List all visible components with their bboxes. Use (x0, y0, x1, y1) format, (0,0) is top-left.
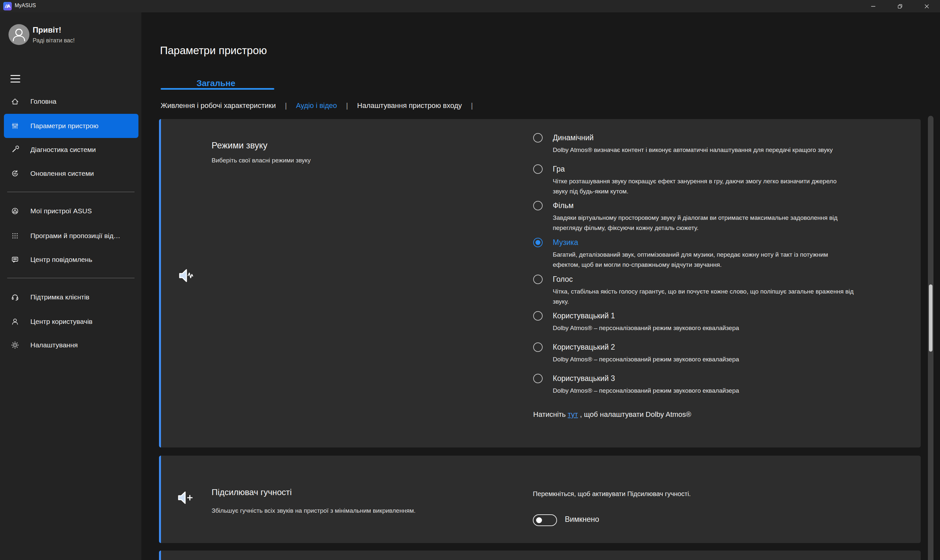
sidebar-item-label: Головна (30, 97, 57, 105)
volume-booster-card: Підсилювач гучності Збільшує гучність вс… (159, 455, 921, 543)
menu-toggle-button[interactable] (11, 75, 20, 83)
option-description-line: Dolby Atmos® – персоналізований режим зв… (553, 323, 915, 333)
person-icon (8, 24, 29, 45)
option-description-line: перегляду фільму, фіксуючи кожну деталь … (553, 223, 915, 233)
user-avatar[interactable] (8, 24, 29, 45)
option-description: Чітке розташування звуку покращує ефект … (553, 176, 915, 196)
sidebar-item-label: Центр користувачів (30, 318, 93, 326)
sidebar-item-customer-support[interactable]: Підтримка клієнтів (4, 285, 139, 309)
sidebar-item-my-asus-devices[interactable]: Мої пристрої ASUS (4, 199, 139, 223)
sidebar-item-label: Діагностика системи (30, 146, 96, 154)
option-head[interactable]: Гра (533, 163, 915, 175)
option-label: Користувацький 2 (553, 343, 615, 352)
radio-option-4[interactable]: МузикаБагатий, деталізований звук, оптим… (533, 237, 915, 270)
radio-option-7[interactable]: Користувацький 2Dolby Atmos® – персоналі… (533, 341, 915, 364)
sound-mode-radio-group: ДинамічнийDolby Atmos® визначає контент … (533, 119, 915, 448)
toggle-state-label: Вимкнено (565, 515, 599, 524)
subtab-power[interactable]: Живлення і робочі характеристики (161, 102, 276, 110)
toggle-knob (536, 517, 542, 523)
speaker-wave-icon (177, 266, 196, 285)
sidebar-item-user-center[interactable]: Центр користувачів (4, 309, 139, 334)
footer-prefix: Натисніть (533, 410, 566, 418)
volume-booster-title: Підсилювач гучності (211, 487, 292, 497)
option-head[interactable]: Фільм (533, 200, 915, 211)
title-bar[interactable]: MyASUS (0, 0, 940, 12)
person-icon (11, 317, 19, 326)
active-tab-underline (161, 88, 274, 90)
sidebar-item-label: Мої пристрої ASUS (30, 207, 92, 215)
dolby-atmos-link[interactable]: тут (568, 410, 578, 418)
footer-suffix: , щоб налаштувати Dolby Atmos® (578, 410, 691, 418)
sidebar-item-label: Налаштування (30, 341, 78, 349)
subtab-separator: | (285, 102, 287, 110)
option-description-line: звуку. (553, 297, 915, 306)
radio-option-8[interactable]: Користувацький 3Dolby Atmos® – персоналі… (533, 372, 915, 395)
radio-button[interactable] (533, 238, 543, 247)
sidebar-item-message-center[interactable]: Центр повідомлень (4, 248, 139, 272)
subtab-audio-video[interactable]: Аудіо і відео (296, 102, 337, 110)
restore-icon (897, 4, 903, 9)
option-description: Dolby Atmos® – персоналізований режим зв… (553, 386, 915, 395)
subtab-input-device[interactable]: Налаштування пристрою входу (357, 102, 462, 110)
devices-icon (11, 207, 19, 215)
sidebar-item-system-update[interactable]: Оновлення системи (4, 162, 139, 186)
option-label: Голос (553, 275, 573, 284)
minimize-icon (871, 4, 876, 9)
option-head[interactable]: Динамічний (533, 132, 915, 143)
option-description: Dolby Atmos® – персоналізований режим зв… (553, 354, 915, 364)
sidebar-item-system-diagnosis[interactable]: Діагностика системи (4, 138, 139, 162)
option-description-line: ефектом, щоб ви могли по-справжньому від… (553, 260, 915, 270)
dolby-atmos-footer: Натисніть тут , щоб налаштувати Dolby At… (533, 410, 691, 419)
page-title: Параметри пристрою (160, 45, 267, 57)
radio-option-6[interactable]: Користувацький 1Dolby Atmos® – персоналі… (533, 310, 915, 333)
minimize-button[interactable] (860, 0, 886, 12)
scrollbar-thumb[interactable] (929, 285, 932, 352)
update-icon (11, 169, 19, 178)
radio-dot (536, 240, 540, 245)
radio-option-1[interactable]: ДинамічнийDolby Atmos® визначає контент … (533, 132, 915, 155)
radio-option-5[interactable]: ГолосЧітка, стабільна якість голосу гара… (533, 273, 915, 306)
headset-icon (11, 293, 19, 302)
radio-button[interactable] (533, 343, 543, 352)
option-label: Гра (553, 165, 565, 174)
option-head[interactable]: Голос (533, 273, 915, 285)
sidebar-item-device-settings[interactable]: Параметри пристрою (4, 114, 139, 138)
option-label: Користувацький 1 (553, 311, 615, 320)
option-label: Музика (553, 238, 578, 247)
sidebar-item-apps-offers[interactable]: Програми й пропозиції від… (4, 224, 139, 248)
sound-modes-card: Режими звуку Виберіть свої власні режими… (159, 119, 921, 448)
option-head[interactable]: Користувацький 1 (533, 310, 915, 322)
volume-booster-toggle[interactable] (533, 514, 557, 526)
sound-modes-subtitle: Виберіть свої власні режими звуку (211, 157, 311, 164)
main-content: Параметри пристрою Загальне Живлення і р… (141, 12, 940, 560)
radio-button[interactable] (533, 374, 543, 383)
option-label: Динамічний (553, 133, 594, 142)
option-description: Завдяки віртуальному просторовому звуку … (553, 213, 915, 233)
subtab-bar: Живлення і робочі характеристики|Аудіо і… (161, 102, 482, 110)
sidebar-item-settings[interactable]: Налаштування (4, 333, 139, 357)
option-description: Багатий, деталізований звук, оптимізован… (553, 249, 915, 270)
radio-button[interactable] (533, 275, 543, 284)
next-card-partial (159, 551, 921, 560)
tab-general[interactable]: Загальне (196, 78, 235, 88)
option-head[interactable]: Музика (533, 237, 915, 248)
radio-button[interactable] (533, 201, 543, 210)
option-label: Фільм (553, 201, 574, 210)
sidebar-item-home[interactable]: Головна (4, 89, 139, 114)
radio-button[interactable] (533, 311, 543, 321)
window-controls (860, 0, 940, 12)
option-head[interactable]: Користувацький 2 (533, 341, 915, 353)
option-head[interactable]: Користувацький 3 (533, 372, 915, 384)
myasus-logo-icon (3, 2, 12, 11)
greeting-subtitle: Раді вітати вас! (32, 37, 75, 44)
close-button[interactable] (913, 0, 940, 12)
restore-button[interactable] (886, 0, 913, 12)
radio-button[interactable] (533, 165, 543, 174)
sidebar-item-label: Підтримка клієнтів (30, 293, 90, 301)
radio-option-3[interactable]: ФільмЗавдяки віртуальному просторовому з… (533, 200, 915, 233)
greeting-title: Привіт! (32, 25, 62, 35)
sidebar: Привіт! Раді вітати вас! ГоловнаПараметр… (0, 12, 141, 560)
radio-option-2[interactable]: ГраЧітке розташування звуку покращує ефе… (533, 163, 915, 196)
option-label: Користувацький 3 (553, 374, 615, 383)
radio-button[interactable] (533, 133, 543, 143)
